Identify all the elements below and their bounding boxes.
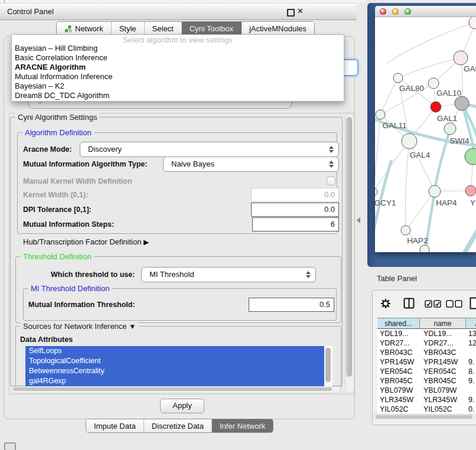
network-node[interactable] [465, 185, 476, 196]
network-node[interactable] [420, 245, 429, 252]
split-divider-handle[interactable] [357, 217, 360, 223]
column-header[interactable]: shared... [377, 318, 420, 330]
table-row[interactable]: YBR043CYBR043C [377, 348, 476, 357]
network-node[interactable] [401, 226, 410, 235]
tab-cyni-toolbox[interactable]: Cyni Toolbox [182, 22, 242, 35]
table-cell: 8. [466, 367, 476, 376]
table-row[interactable]: YBR045CYBR045C9. [377, 376, 476, 386]
network-node[interactable] [429, 185, 441, 197]
close-icon[interactable]: ✕ [297, 6, 304, 15]
float-panel-icon[interactable] [287, 9, 295, 17]
table-row[interactable]: YLR345WYLR345W9. [377, 395, 476, 405]
tab-network[interactable]: Network [57, 22, 112, 35]
table-cell: YBR043C [420, 348, 466, 357]
network-node[interactable] [393, 73, 403, 83]
table-row[interactable]: YBL079WYBL079W [377, 386, 476, 395]
sources-title[interactable]: Sources for Network Inference ▼ [21, 322, 138, 331]
tab-style[interactable]: Style [112, 22, 145, 35]
network-node[interactable] [465, 148, 476, 165]
vertical-scrollbar[interactable] [345, 113, 354, 393]
network-node[interactable] [376, 110, 385, 119]
table-horizontal-scrollbar[interactable] [374, 414, 475, 420]
network-node[interactable] [469, 17, 476, 29]
dpi-tolerance-field[interactable]: 0.0 [251, 203, 339, 217]
check-all-icon[interactable] [425, 300, 441, 308]
aracne-mode-label: Aracne Mode: [23, 145, 72, 154]
table-cell: 12 [466, 338, 476, 348]
table-cell: 9. [466, 376, 476, 386]
spinner-arrows-icon [329, 160, 334, 168]
tab-select[interactable]: Select [145, 22, 182, 35]
hub-definition-expander[interactable]: Hub/Transcription Factor Definition ▶ [23, 237, 149, 246]
which-threshold-combo[interactable]: MI Threshold [141, 267, 316, 282]
data-attributes-list[interactable]: SelfLoopsTopologicalCoefficientBetweenne… [25, 346, 332, 387]
kernel-width-field[interactable]: 0.0 [251, 188, 339, 202]
tab-jactivemnodules[interactable]: jActiveMNodules [242, 22, 314, 35]
network-node[interactable] [454, 51, 468, 65]
table-cell: YPR145W [420, 357, 466, 367]
tab-impute-data[interactable]: Impute Data [86, 419, 144, 432]
network-canvas[interactable]: GAL80GAL10GALGAL1GAL11SWI4GAL4GCY1HAP4YH… [375, 17, 476, 252]
aracne-mode-combo[interactable]: Discovery [80, 142, 339, 157]
table-cell: YLR345W [420, 395, 466, 405]
table-row[interactable]: YDL19...YDL19...13 [377, 329, 476, 338]
table-partial-icon[interactable] [470, 297, 476, 309]
node-label: SWI4 [449, 136, 469, 145]
attribute-item[interactable]: BetweennessCentrality [25, 366, 324, 376]
algorithm-option[interactable]: Bayesian – K2 [12, 81, 344, 91]
attribute-item[interactable]: gal4RGexp [25, 376, 324, 386]
table-row[interactable]: YDR27...YDR27...12 [377, 338, 476, 348]
table-cell: YER054C [377, 367, 420, 376]
network-node[interactable] [455, 96, 469, 110]
minimize-traffic-light-icon[interactable] [392, 8, 399, 15]
collapsed-panel-chip[interactable] [4, 442, 16, 450]
gear-icon[interactable] [381, 299, 390, 308]
list-scrollbar[interactable] [325, 346, 332, 387]
table-row[interactable]: YER054CYER054C8. [377, 367, 476, 376]
node-label: HAP2 [407, 236, 428, 245]
network-node[interactable] [428, 78, 439, 89]
network-node[interactable] [431, 102, 441, 112]
node-label: GAL4 [410, 151, 431, 159]
attribute-item[interactable]: TopologicalCoefficient [25, 356, 324, 366]
network-node[interactable] [402, 133, 417, 149]
uncheck-all-icon[interactable] [446, 300, 462, 308]
table-cell: YIL052C [377, 405, 420, 414]
zoom-traffic-light-icon[interactable] [405, 8, 411, 15]
table-header-row: shared...nameA [377, 318, 476, 330]
network-edge [375, 141, 409, 192]
algorithm-option[interactable]: Basic Correlation Inference [12, 53, 344, 63]
mi-threshold-field[interactable]: 0.5 [249, 298, 334, 312]
collapse-down-icon: ▼ [129, 322, 136, 331]
horizontal-scrollbar[interactable] [11, 386, 341, 393]
algorithm-option[interactable]: Dream8 DC_TDC Algorithm [12, 91, 344, 100]
table-rows: YDL19...YDL19...13YDR27...YDR27...12YBR0… [377, 329, 476, 414]
mi-threshold-label: Mutual Information Threshold: [28, 301, 135, 309]
mi-type-combo[interactable]: Naive Bayes [163, 156, 339, 172]
apply-button[interactable]: Apply [160, 399, 204, 413]
table-row[interactable]: YIL052CYIL052C0. [377, 405, 476, 414]
close-traffic-light-icon[interactable] [380, 8, 386, 15]
algorithm-option[interactable]: Mutual Information Inference [12, 72, 344, 81]
tab-discretize-data[interactable]: Discretize Data [144, 419, 212, 432]
attribute-item[interactable]: SelfLoops [25, 346, 324, 356]
node-label: Y [470, 198, 475, 207]
column-header[interactable]: name [420, 318, 466, 330]
table-row[interactable]: YPR145WYPR145W9. [377, 357, 476, 367]
algorithm-option[interactable]: Bayesian – Hill Climbing [12, 44, 344, 53]
network-window-titlebar [375, 6, 476, 17]
mi-steps-field[interactable]: 6 [252, 217, 339, 231]
table-cell [466, 386, 476, 395]
network-node[interactable] [444, 123, 456, 135]
split-columns-icon[interactable] [403, 298, 415, 309]
algorithm-dropdown-popup: Select algorithm to view settings Bayesi… [11, 34, 344, 102]
manual-kernel-checkbox[interactable] [327, 177, 335, 185]
panel-title: Control Panel [7, 7, 54, 16]
network-node[interactable] [375, 188, 377, 196]
table-cell [466, 348, 476, 357]
network-window[interactable]: GAL80GAL10GALGAL1GAL11SWI4GAL4GCY1HAP4YH… [375, 6, 476, 252]
column-header[interactable]: A [466, 318, 476, 330]
table-cell: 9. [466, 395, 476, 405]
algorithm-option[interactable]: ARACNE Algorithm [12, 63, 344, 72]
tab-infer-network[interactable]: Infer Network [212, 419, 273, 432]
